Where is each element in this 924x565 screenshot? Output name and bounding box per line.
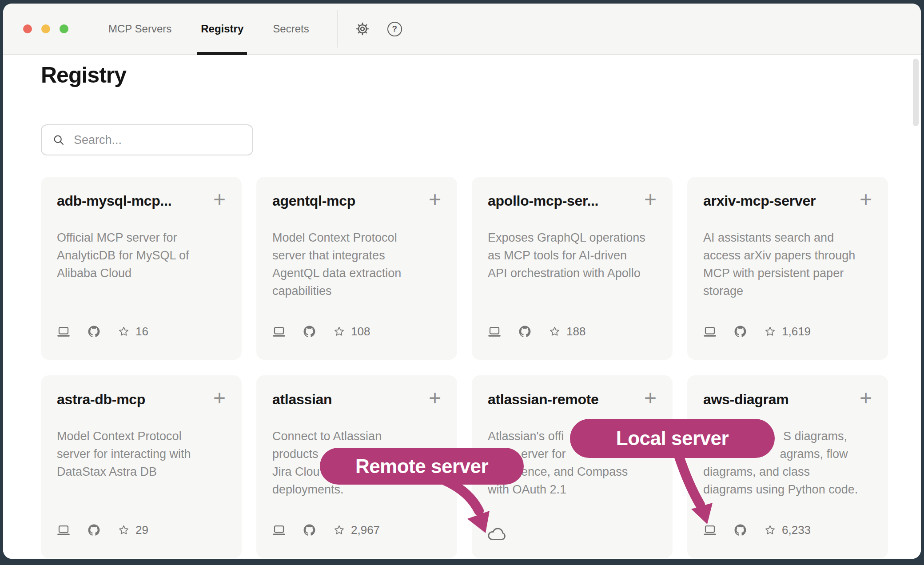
zoom-button[interactable] xyxy=(60,24,68,33)
cloud-icon xyxy=(487,526,507,541)
card-footer: 188 xyxy=(488,325,585,338)
star-rating: 29 xyxy=(118,523,148,537)
help-glyph: ? xyxy=(387,22,402,36)
laptop-icon xyxy=(703,326,717,338)
server-description: Model Context Protocol server that integ… xyxy=(272,229,441,300)
server-description: Official MCP server for AnalyticDB for M… xyxy=(57,229,226,282)
minimize-button[interactable] xyxy=(41,24,50,33)
star-count: 29 xyxy=(135,523,148,537)
help-icon[interactable]: ? xyxy=(387,22,402,36)
search-box[interactable] xyxy=(41,124,253,155)
card-footer: 2,967 xyxy=(272,523,380,537)
star-icon xyxy=(118,326,130,338)
github-icon[interactable] xyxy=(519,326,531,338)
star-rating: 16 xyxy=(118,325,148,338)
server-name: adb-mysql-mcp... xyxy=(57,193,171,209)
star-icon xyxy=(118,524,130,536)
laptop-icon xyxy=(57,326,70,338)
window-titlebar: MCP Servers Registry Secrets ? xyxy=(3,4,921,55)
server-name: arxiv-mcp-server xyxy=(703,193,816,209)
star-rating: 2,967 xyxy=(333,523,380,537)
server-name: apollo-mcp-ser... xyxy=(488,193,598,209)
star-count: 108 xyxy=(351,325,370,338)
close-button[interactable] xyxy=(23,24,32,33)
star-count: 2,967 xyxy=(351,523,380,537)
scrollbar-thumb[interactable] xyxy=(913,59,919,126)
tab-bar: MCP Servers Registry Secrets xyxy=(107,4,311,54)
laptop-icon xyxy=(272,326,286,338)
star-count: 6,233 xyxy=(782,523,811,537)
add-server-button[interactable]: + xyxy=(644,391,657,405)
star-rating: 1,619 xyxy=(764,325,811,338)
server-description: AI assistants search and access arXiv pa… xyxy=(703,229,872,300)
card-footer: 108 xyxy=(272,325,370,338)
add-server-button[interactable]: + xyxy=(860,193,872,206)
add-server-button[interactable]: + xyxy=(213,193,226,206)
star-icon xyxy=(333,524,345,536)
desktop-background: MCP Servers Registry Secrets ? Registry xyxy=(0,0,924,565)
star-icon xyxy=(333,326,345,338)
server-card-agentql-mcp: agentql-mcp + Model Context Protocol ser… xyxy=(256,177,457,360)
server-card-arxiv-mcp-server: arxiv-mcp-server + AI assistants search … xyxy=(687,177,888,360)
add-server-button[interactable]: + xyxy=(860,391,872,405)
tab-mcp-servers[interactable]: MCP Servers xyxy=(107,4,173,54)
add-server-button[interactable]: + xyxy=(644,193,657,206)
github-icon[interactable] xyxy=(734,326,746,338)
tab-registry[interactable]: Registry xyxy=(199,4,245,54)
server-card-astra-db-mcp: astra-db-mcp + Model Context Protocol se… xyxy=(41,375,242,558)
star-icon xyxy=(764,326,776,338)
card-footer xyxy=(487,526,507,541)
card-footer: 16 xyxy=(57,325,148,338)
github-icon[interactable] xyxy=(88,326,100,338)
card-footer: 6,233 xyxy=(703,523,811,537)
server-name: atlassian-remote xyxy=(488,391,599,408)
card-footer: 1,619 xyxy=(703,325,811,338)
titlebar-divider xyxy=(337,10,338,48)
github-icon[interactable] xyxy=(303,524,315,536)
server-card-adb-mysql-mcp: adb-mysql-mcp... + Official MCP server f… xyxy=(41,177,242,360)
star-icon xyxy=(764,524,776,536)
add-server-button[interactable]: + xyxy=(429,193,441,206)
remote-server-annotation: Remote server xyxy=(320,448,524,485)
github-icon[interactable] xyxy=(734,524,746,536)
server-card-apollo-mcp-server: apollo-mcp-ser... + Exposes GraphQL oper… xyxy=(472,177,673,360)
star-rating: 108 xyxy=(333,325,370,338)
server-description: Model Context Protocol server for intera… xyxy=(57,427,226,481)
tab-secrets[interactable]: Secrets xyxy=(271,4,311,54)
local-server-annotation: Local server xyxy=(570,419,775,458)
laptop-icon xyxy=(57,524,70,536)
star-rating: 6,233 xyxy=(764,523,811,537)
github-icon[interactable] xyxy=(303,326,315,338)
laptop-icon xyxy=(272,524,286,536)
server-name: aws-diagram xyxy=(703,391,789,408)
page-title: Registry xyxy=(41,62,126,88)
star-count: 188 xyxy=(566,325,585,338)
add-server-button[interactable]: + xyxy=(213,391,226,405)
server-card-aws-diagram: aws-diagram + S diagrams, agrams, flow d… xyxy=(687,375,888,558)
laptop-icon xyxy=(703,524,717,536)
search-icon xyxy=(52,134,65,146)
card-footer: 29 xyxy=(57,523,148,537)
settings-gear-icon[interactable] xyxy=(354,21,370,37)
star-rating: 188 xyxy=(549,325,585,338)
server-grid: adb-mysql-mcp... + Official MCP server f… xyxy=(41,177,888,558)
github-icon[interactable] xyxy=(88,524,100,536)
traffic-lights xyxy=(23,24,68,33)
star-count: 16 xyxy=(135,325,148,338)
laptop-icon xyxy=(488,326,501,338)
server-description: Exposes GraphQL operations as MCP tools … xyxy=(488,229,657,282)
add-server-button[interactable]: + xyxy=(429,391,441,405)
server-name: atlassian xyxy=(272,391,332,408)
star-count: 1,619 xyxy=(782,325,811,338)
search-input[interactable] xyxy=(73,133,235,147)
server-name: agentql-mcp xyxy=(272,193,355,209)
star-icon xyxy=(549,326,561,338)
server-name: astra-db-mcp xyxy=(57,391,145,408)
